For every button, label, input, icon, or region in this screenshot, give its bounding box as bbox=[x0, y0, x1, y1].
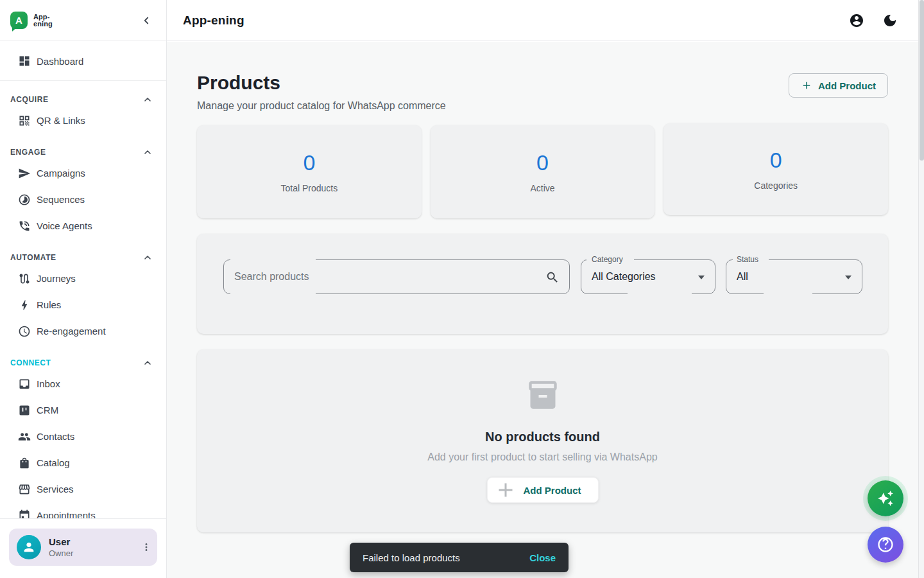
sidebar-section-acquire[interactable]: ACQUIRE bbox=[0, 92, 166, 107]
sidebar-item-label: CRM bbox=[37, 405, 58, 416]
user-menu-button[interactable] bbox=[141, 541, 152, 553]
sidebar-item-sequences[interactable]: Sequences bbox=[0, 186, 166, 213]
moon-icon bbox=[882, 13, 898, 28]
add-product-button[interactable]: Add Product bbox=[789, 73, 888, 98]
topbar-actions bbox=[849, 13, 898, 28]
caret-down-icon bbox=[698, 276, 705, 279]
stat-value: 0 bbox=[303, 150, 315, 175]
chevron-up-icon bbox=[142, 94, 153, 105]
account-circle-icon bbox=[849, 13, 864, 28]
sidebar-collapse-button[interactable] bbox=[141, 15, 152, 26]
sidebar-item-label: Appointments bbox=[37, 510, 96, 518]
clock-icon bbox=[18, 325, 31, 338]
chevron-left-icon bbox=[141, 15, 152, 26]
chevron-up-icon bbox=[142, 147, 153, 157]
sidebar-item-qr-links[interactable]: QR & Links bbox=[0, 107, 166, 134]
route-icon bbox=[18, 272, 31, 285]
shopping-bag-icon bbox=[18, 457, 31, 469]
sidebar-footer: User Owner bbox=[0, 518, 166, 578]
sidebar-item-label: Sequences bbox=[37, 194, 85, 205]
stat-value: 0 bbox=[536, 150, 549, 175]
sidebar-item-label: Rules bbox=[37, 299, 61, 310]
sidebar-item-crm[interactable]: CRM bbox=[0, 397, 166, 423]
plus-icon bbox=[494, 478, 517, 502]
toast-notification: Failed to load products Close bbox=[350, 543, 569, 572]
phone-in-talk-icon bbox=[18, 220, 31, 232]
sidebar-item-contacts[interactable]: Contacts bbox=[0, 423, 166, 450]
sidebar-item-catalog[interactable]: Catalog bbox=[0, 450, 166, 476]
filter-bar: Category All Categories Status All bbox=[197, 234, 888, 334]
toast-message: Failed to load products bbox=[363, 552, 460, 563]
plus-icon bbox=[801, 80, 812, 91]
dashboard-icon bbox=[18, 55, 31, 67]
stat-label: Categories bbox=[754, 180, 798, 191]
page-header-text: Products Manage your product catalog for… bbox=[197, 72, 446, 112]
sidebar-item-label: QR & Links bbox=[37, 115, 85, 126]
sidebar-item-rules[interactable]: Rules bbox=[0, 292, 166, 318]
bolt-icon bbox=[18, 299, 31, 311]
search-field[interactable] bbox=[223, 259, 570, 294]
stat-card-active: 0 Active bbox=[431, 125, 655, 218]
scrollbar-thumb[interactable] bbox=[920, 0, 924, 161]
sidebar-item-appointments[interactable]: Appointments bbox=[0, 502, 166, 518]
sidebar-item-dashboard[interactable]: Dashboard bbox=[0, 47, 166, 75]
sidebar-item-label: Dashboard bbox=[37, 56, 83, 67]
sidebar-item-voice-agents[interactable]: Voice Agents bbox=[0, 213, 166, 239]
inventory-box-icon bbox=[526, 378, 560, 412]
qr-code-icon bbox=[18, 114, 31, 127]
account-button[interactable] bbox=[849, 13, 864, 28]
user-card[interactable]: User Owner bbox=[9, 529, 157, 566]
app-logo[interactable]: A App- ening bbox=[10, 12, 53, 29]
sidebar-section-connect[interactable]: CONNECT bbox=[0, 355, 166, 371]
sidebar-item-campaigns[interactable]: Campaigns bbox=[0, 160, 166, 186]
stat-label: Total Products bbox=[280, 183, 338, 193]
dark-mode-toggle[interactable] bbox=[882, 13, 898, 28]
empty-state: No products found Add your first product… bbox=[197, 349, 888, 532]
sidebar-nav: Dashboard ACQUIRE QR & Links ENGAGE Camp… bbox=[0, 41, 166, 518]
stats-row: 0 Total Products 0 Active 0 Categories bbox=[197, 125, 888, 218]
topbar: App-ening bbox=[167, 0, 924, 41]
ai-assistant-fab[interactable] bbox=[868, 480, 903, 516]
sidebar-item-label: Journeys bbox=[37, 273, 76, 284]
search-icon bbox=[545, 270, 560, 285]
user-name: User bbox=[49, 536, 73, 547]
divider bbox=[0, 80, 166, 81]
inbox-icon bbox=[18, 378, 31, 390]
sidebar-item-label: Catalog bbox=[37, 457, 70, 468]
app-logo-text: App- ening bbox=[33, 13, 53, 27]
sidebar-item-journeys[interactable]: Journeys bbox=[0, 265, 166, 292]
category-select[interactable]: Category All Categories bbox=[581, 259, 715, 294]
search-input[interactable] bbox=[224, 260, 569, 293]
sidebar-item-label: Re-engagement bbox=[37, 326, 106, 337]
empty-state-add-product-button[interactable]: Add Product bbox=[487, 477, 599, 503]
user-role: Owner bbox=[49, 548, 73, 558]
calendar-icon bbox=[18, 509, 31, 519]
toast-close-button[interactable]: Close bbox=[529, 552, 556, 563]
outline-notch bbox=[230, 293, 316, 294]
send-icon bbox=[18, 167, 31, 180]
sidebar-item-inbox[interactable]: Inbox bbox=[0, 371, 166, 397]
status-select[interactable]: Status All bbox=[726, 259, 862, 294]
help-icon bbox=[877, 536, 894, 554]
scrollbar[interactable] bbox=[918, 0, 924, 578]
user-info: User Owner bbox=[49, 536, 73, 558]
outline-notch bbox=[230, 259, 316, 260]
sidebar-header: A App- ening bbox=[0, 0, 166, 41]
empty-state-title: No products found bbox=[485, 430, 600, 444]
main-content: Products Manage your product catalog for… bbox=[167, 42, 924, 578]
sparkles-icon bbox=[877, 490, 894, 507]
people-icon bbox=[18, 430, 31, 443]
status-value: All bbox=[737, 260, 748, 293]
sidebar-section-engage[interactable]: ENGAGE bbox=[0, 144, 166, 160]
help-fab[interactable] bbox=[868, 527, 903, 563]
sidebar-item-label: Voice Agents bbox=[37, 220, 92, 231]
sidebar-section-automate[interactable]: AUTOMATE bbox=[0, 250, 166, 265]
stat-card-total-products: 0 Total Products bbox=[197, 125, 422, 218]
page-header: Products Manage your product catalog for… bbox=[197, 72, 888, 112]
sidebar-item-re-engagement[interactable]: Re-engagement bbox=[0, 318, 166, 344]
outline-notch bbox=[628, 293, 692, 294]
storefront-icon bbox=[18, 483, 31, 496]
sidebar-item-services[interactable]: Services bbox=[0, 476, 166, 502]
person-icon bbox=[22, 540, 36, 554]
page-title: Products bbox=[197, 72, 446, 94]
